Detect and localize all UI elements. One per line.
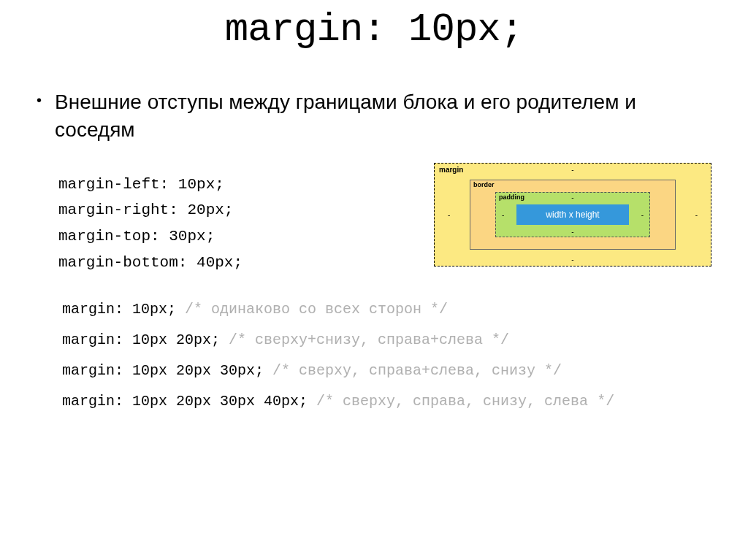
content-row: margin-left: 10px; margin-right: 20px; m… <box>29 172 719 276</box>
shorthand-code: margin: 10px; /* одинаково со всех сторо… <box>29 294 719 417</box>
dash-icon: - <box>448 210 450 218</box>
box-model-margin: MARGIN - - - - BORDER padding - - - - wi… <box>434 163 711 266</box>
dash-icon: - <box>502 210 504 218</box>
code-line-1: margin-left: 10px; <box>58 172 243 198</box>
longhand-code: margin-left: 10px; margin-right: 20px; m… <box>58 172 243 276</box>
border-label: BORDER <box>473 181 495 188</box>
comment-text: /* одинаково со всех сторон */ <box>176 301 448 318</box>
shorthand-line-4: margin: 10px 20px 30px 40px; /* сверху, … <box>62 386 719 417</box>
comment-text: /* сверху, справа+слева, снизу */ <box>264 362 562 379</box>
slide-content: margin: 10px; • Внешние отступы между гр… <box>0 0 748 431</box>
dash-icon: - <box>571 166 573 174</box>
padding-label: padding <box>499 193 524 201</box>
margin-label: MARGIN <box>439 166 463 174</box>
comment-text: /* сверху+снизу, справа+слева */ <box>220 331 509 348</box>
description-row: • Внешние отступы между границами блока … <box>29 88 719 144</box>
shorthand-line-1: margin: 10px; /* одинаково со всех сторо… <box>62 294 719 325</box>
dash-icon: - <box>695 210 698 218</box>
shorthand-line-2: margin: 10px 20px; /* сверху+снизу, спра… <box>62 325 719 356</box>
shorthand-line-3: margin: 10px 20px 30px; /* сверху, справ… <box>62 356 719 386</box>
box-model-diagram: MARGIN - - - - BORDER padding - - - - wi… <box>434 163 711 266</box>
code-line-2: margin-right: 20px; <box>58 197 243 223</box>
dash-icon: - <box>641 210 644 218</box>
slide-title: margin: 10px; <box>29 7 719 52</box>
code-line-3: margin-top: 30px; <box>58 223 243 250</box>
code-line-4: margin-bottom: 40px; <box>58 250 243 276</box>
dash-icon: - <box>571 228 573 236</box>
dash-icon: - <box>571 193 573 202</box>
box-model-padding: padding - - - - width x height <box>495 192 650 237</box>
comment-text: /* сверху, справа, снизу, слева */ <box>308 393 614 410</box>
box-model-border: BORDER padding - - - - width x height <box>470 180 676 250</box>
description-text: Внешние отступы между границами блока и … <box>55 88 719 144</box>
box-model-content: width x height <box>516 204 629 225</box>
dash-icon: - <box>571 256 573 264</box>
bullet-icon: • <box>37 93 42 107</box>
